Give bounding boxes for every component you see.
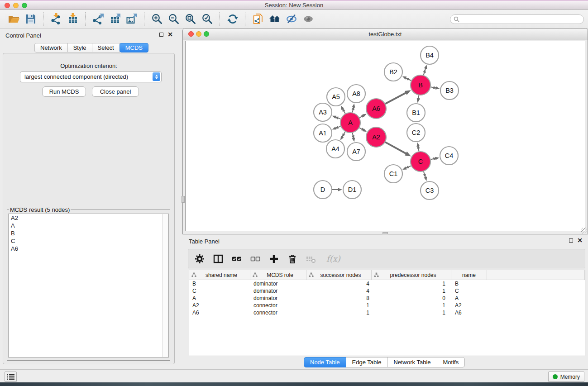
edge-A-A7[interactable] <box>352 133 355 142</box>
float-panel-icon[interactable] <box>569 238 573 243</box>
import-table-button[interactable] <box>67 13 79 25</box>
search-input[interactable] <box>461 16 574 23</box>
node-C[interactable]: C <box>411 152 430 172</box>
cell-shared-name[interactable]: A <box>189 295 250 302</box>
node-A6[interactable]: A6 <box>366 99 386 119</box>
close-window-button[interactable] <box>5 3 10 8</box>
mcds-result-list[interactable]: A2ABCA6 <box>8 214 169 357</box>
new-network-from-selection-button[interactable] <box>252 13 264 25</box>
node-A1[interactable]: A1 <box>314 124 332 142</box>
add-row-button[interactable] <box>269 254 279 264</box>
cell-successor-nodes[interactable]: 1 <box>306 302 372 309</box>
export-image-button[interactable] <box>125 13 138 25</box>
mcds-result-item[interactable]: A2 <box>9 214 168 222</box>
cell-predecessor-nodes[interactable]: 1 <box>372 280 451 287</box>
node-D1[interactable]: D1 <box>343 181 361 199</box>
edge-A2-C[interactable] <box>385 142 411 156</box>
zoom-selected-button[interactable] <box>201 13 213 25</box>
cell-mcds-role[interactable]: dominator <box>250 280 306 287</box>
cell-mcds-role[interactable]: dominator <box>250 287 306 295</box>
edge-C-C3[interactable] <box>423 172 427 181</box>
node-A5[interactable]: A5 <box>327 88 345 106</box>
node-B1[interactable]: B1 <box>407 104 425 122</box>
cell-mcds-role[interactable]: connector <box>250 302 306 309</box>
edge-B-B3[interactable] <box>431 86 440 90</box>
tab-mcds[interactable]: MCDS <box>120 43 148 52</box>
node-A7[interactable]: A7 <box>347 143 365 161</box>
node-C2[interactable]: C2 <box>407 124 425 142</box>
cell-shared-name[interactable]: B <box>189 280 250 287</box>
first-neighbors-button[interactable] <box>268 13 281 25</box>
zoom-window-button[interactable] <box>22 3 27 8</box>
columns-button[interactable] <box>213 254 223 264</box>
criterion-select[interactable]: largest connected component (directed) <box>20 71 162 82</box>
cell-predecessor-nodes[interactable]: 0 <box>372 295 451 302</box>
gear-button[interactable] <box>195 254 205 264</box>
network-zoom-button[interactable] <box>204 31 209 37</box>
cell-mcds-role[interactable]: dominator <box>250 295 306 302</box>
open-session-button[interactable] <box>8 13 20 25</box>
hide-selected-button[interactable] <box>285 13 297 25</box>
column-header-predecessor-nodes[interactable]: predecessor nodes <box>372 270 451 280</box>
float-panel-icon[interactable] <box>159 33 163 37</box>
edge-D-D1[interactable] <box>332 188 342 191</box>
cell-shared-name[interactable]: A2 <box>189 302 250 309</box>
export-network-button[interactable] <box>92 13 104 25</box>
refresh-network-button[interactable] <box>226 13 239 25</box>
tab-style[interactable]: Style <box>67 43 92 52</box>
node-B3[interactable]: B3 <box>440 81 459 100</box>
edge-A-A6[interactable] <box>359 114 367 118</box>
network-close-button[interactable] <box>188 31 194 37</box>
select-all-button[interactable] <box>232 254 242 264</box>
edge-B-B4[interactable] <box>423 65 427 75</box>
delete-table-button[interactable] <box>306 254 316 264</box>
cell-predecessor-nodes[interactable]: 1 <box>372 302 451 309</box>
edge-A-A3[interactable] <box>332 116 341 119</box>
node-C1[interactable]: C1 <box>384 165 402 183</box>
network-minimize-button[interactable] <box>196 31 201 37</box>
cell-name[interactable]: A2 <box>451 302 487 309</box>
tab-select[interactable]: Select <box>92 43 120 52</box>
cell-predecessor-nodes[interactable]: 1 <box>372 287 451 295</box>
zoom-in-button[interactable] <box>151 13 163 25</box>
unselect-all-button[interactable] <box>250 254 260 264</box>
import-network-button[interactable] <box>50 13 62 25</box>
network-canvas[interactable]: B4B2BB3A5A8A6B1A3AA1C2A2A4A7C4CC1DD1C3 <box>185 41 585 231</box>
edge-A-A8[interactable] <box>352 104 355 113</box>
memory-button[interactable]: Memory <box>548 372 584 382</box>
cell-successor-nodes[interactable]: 1 <box>306 309 372 316</box>
table-row[interactable]: A6connector11A6 <box>189 309 585 316</box>
column-header-mcds-role[interactable]: MCDS role <box>250 270 306 280</box>
edge-A6-B[interactable] <box>385 90 411 104</box>
node-A8[interactable]: A8 <box>347 85 365 103</box>
cell-shared-name[interactable]: C <box>189 287 250 295</box>
cell-name[interactable]: C <box>451 287 487 295</box>
cell-shared-name[interactable]: A6 <box>189 309 250 316</box>
edge-C-C2[interactable] <box>416 143 420 152</box>
node-B[interactable]: B <box>411 75 430 95</box>
tab-network[interactable]: Network <box>34 43 68 52</box>
close-panel-button[interactable]: Close panel <box>92 86 139 97</box>
show-all-button[interactable] <box>302 13 314 25</box>
cell-mcds-role[interactable]: connector <box>250 309 306 316</box>
node-A3[interactable]: A3 <box>314 103 332 121</box>
close-panel-icon[interactable]: ✕ <box>167 32 173 37</box>
node-C3[interactable]: C3 <box>421 181 439 200</box>
table-row[interactable]: Adominator80A <box>189 295 585 302</box>
search-field[interactable] <box>450 14 584 24</box>
cell-name[interactable]: A6 <box>451 309 487 316</box>
edge-A-A1[interactable] <box>332 126 341 129</box>
mcds-result-item[interactable]: A <box>9 222 168 229</box>
edge-B-B2[interactable] <box>402 76 411 81</box>
node-C4[interactable]: C4 <box>440 147 458 165</box>
zoom-out-button[interactable] <box>167 13 180 25</box>
close-panel-icon[interactable]: ✕ <box>577 238 583 243</box>
network-window-titlebar[interactable]: testGlobe.txt <box>183 29 588 40</box>
tab-node-table[interactable]: Node Table <box>304 357 346 367</box>
cell-name[interactable]: A <box>451 295 487 302</box>
cell-successor-nodes[interactable]: 8 <box>306 295 372 302</box>
mcds-result-item[interactable]: C <box>9 237 168 245</box>
run-mcds-button[interactable]: Run MCDS <box>42 86 86 97</box>
node-B4[interactable]: B4 <box>421 46 439 64</box>
edge-C-C4[interactable] <box>431 157 440 160</box>
